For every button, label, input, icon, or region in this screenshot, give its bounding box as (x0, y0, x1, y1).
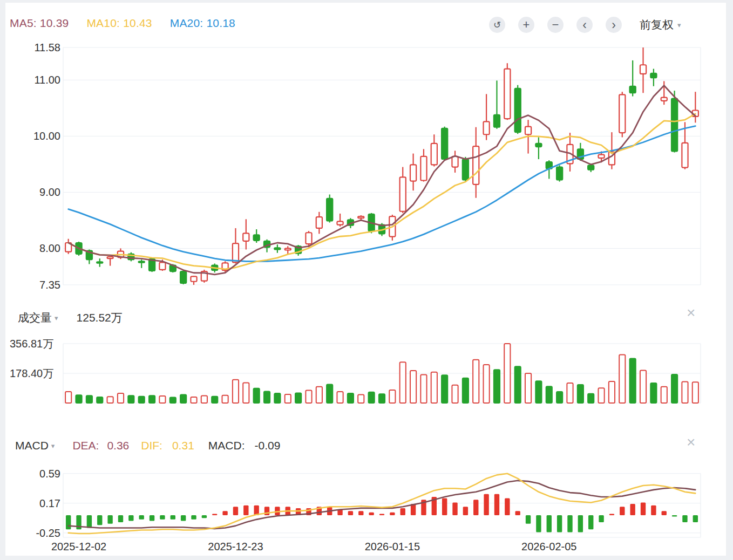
macd-histogram-bar (97, 515, 102, 525)
macd-title-dropdown[interactable]: MACD (15, 439, 49, 452)
zoom-in-button[interactable]: + (518, 17, 534, 33)
volume-bar (420, 375, 426, 403)
date-label: 2025-12-23 (195, 541, 276, 552)
volume-bar (149, 395, 155, 403)
candle-body (358, 216, 364, 218)
macd-histogram-bar (599, 515, 603, 522)
minus-icon: − (552, 19, 559, 31)
close-icon[interactable]: × (687, 306, 695, 320)
candle-body (327, 199, 332, 221)
candle-body (504, 69, 510, 119)
ma5-readout: MA5: 10.39 (10, 17, 69, 30)
price-tick-label: 8.00 (12, 242, 60, 254)
volume-bar (337, 392, 343, 403)
macd-histogram-bar (171, 515, 175, 520)
ma20-line (69, 126, 696, 262)
volume-bar (504, 344, 510, 403)
volume-bar (661, 387, 667, 403)
candle-body (400, 177, 406, 211)
volume-bar (254, 388, 260, 403)
volume-bar (546, 386, 552, 403)
volume-bar (556, 392, 562, 403)
pan-right-button[interactable]: › (606, 17, 622, 33)
macd-histogram-bar (222, 511, 227, 515)
candle-body (191, 276, 196, 281)
zoom-out-button[interactable]: − (547, 17, 564, 33)
chevron-down-icon: ▾ (677, 22, 681, 29)
candle-body (431, 144, 437, 165)
candle-body (254, 235, 260, 240)
macd-histogram-bar (139, 515, 144, 520)
macd-histogram-bar (682, 515, 687, 522)
volume-title-dropdown[interactable]: 成交量 (18, 310, 52, 325)
volume-bar (159, 396, 165, 403)
candle-body (107, 257, 113, 258)
adjust-mode-label: 前复权 (640, 17, 674, 32)
candle-body (619, 94, 625, 133)
candle-body (139, 261, 145, 262)
dif-label: DIF: (141, 439, 162, 452)
macd-histogram-bar (484, 494, 488, 515)
volume-bar (473, 360, 479, 403)
volume-panel-header: 成交量 ▾ 125.52万 (18, 310, 123, 325)
volume-bar (348, 393, 354, 403)
macd-histogram-bar (630, 504, 635, 515)
price-tick-label: 10.00 (12, 130, 60, 142)
macd-histogram-bar (358, 511, 363, 515)
pan-left-button[interactable]: ‹ (576, 17, 593, 33)
macd-histogram-bar (379, 514, 384, 515)
candle-body (306, 233, 311, 244)
macd-histogram-bar (212, 514, 217, 515)
dea-label: DEA: (72, 439, 99, 452)
macd-histogram-bar (672, 515, 677, 517)
macd-histogram-bar (181, 515, 186, 521)
macd-histogram-bar (233, 507, 238, 515)
ma10-readout: MA10: 10.43 (86, 17, 152, 30)
undo-button[interactable]: ↺ (489, 17, 505, 33)
volume-bar (640, 371, 646, 403)
candle-body (452, 156, 458, 167)
volume-bar (76, 395, 82, 403)
candle-body (535, 144, 541, 147)
adjust-mode-dropdown[interactable]: 前复权 ▾ (640, 17, 681, 32)
macd-histogram-bar (107, 515, 112, 524)
volume-bar (97, 397, 103, 403)
volume-bar (327, 384, 332, 403)
volume-bar (170, 398, 176, 403)
stock-kline-page: MA5: 10.39MA10: 10.43MA20: 10.18 ↺+−‹› 前… (0, 0, 733, 560)
volume-tick-label: 178.40万 (10, 367, 53, 379)
volume-bar (180, 395, 186, 403)
kline-chart-canvas[interactable] (0, 0, 733, 560)
macd-histogram-bar (128, 515, 133, 521)
volume-bar (107, 397, 113, 403)
price-tick-label: 9.00 (12, 186, 60, 198)
volume-bar (693, 382, 698, 403)
volume-bar (243, 383, 249, 403)
candle-body (484, 121, 490, 134)
candle-body (233, 243, 239, 262)
volume-bar (535, 381, 541, 403)
macd-histogram-bar (557, 515, 562, 532)
candle-body (243, 233, 249, 241)
plus-icon: + (523, 19, 530, 31)
candle-body (671, 99, 677, 152)
macd-histogram-bar (588, 515, 593, 529)
volume-bar (65, 392, 71, 403)
candle-body (630, 86, 636, 93)
volume-bar (494, 370, 500, 403)
candle-body (598, 155, 604, 158)
volume-bar (212, 397, 218, 403)
close-icon[interactable]: × (687, 435, 695, 449)
macd-histogram-bar (348, 511, 353, 515)
candle-body (515, 88, 521, 132)
macd-histogram-bar (118, 515, 123, 522)
macd-histogram-bar (536, 515, 541, 532)
volume-bar (295, 393, 301, 403)
macd-histogram-bar (160, 515, 165, 520)
volume-bar (431, 372, 437, 403)
candle-body (180, 271, 186, 283)
volume-bar (650, 383, 656, 403)
macd-tick-label: -0.25 (12, 527, 60, 539)
chevron-left-icon: ‹ (582, 19, 587, 31)
dif-value: 0.31 (172, 439, 194, 452)
